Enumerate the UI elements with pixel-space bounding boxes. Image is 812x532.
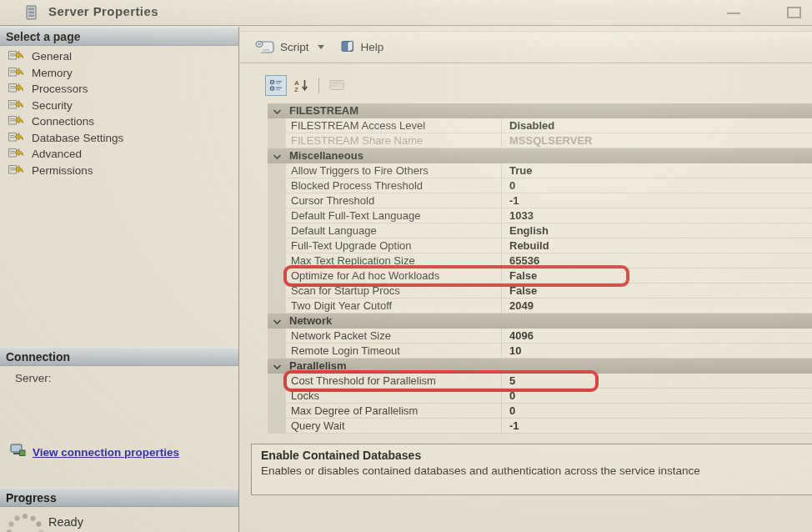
- categorized-icon[interactable]: [265, 75, 287, 96]
- property-value[interactable]: 1033: [501, 208, 812, 223]
- sidebar-item-security[interactable]: Security: [8, 98, 123, 114]
- property-row[interactable]: Default LanguageEnglish: [268, 223, 812, 238]
- property-grid: FILESTREAMFILESTREAM Access LevelDisable…: [268, 103, 812, 434]
- property-pages-icon: [326, 75, 348, 96]
- monitor-icon: [10, 444, 26, 460]
- property-grid-toolbar: A Z: [265, 73, 348, 98]
- row-gutter: [268, 253, 286, 268]
- property-row[interactable]: Query Wait-1: [268, 419, 812, 434]
- connection-header: Connection: [0, 347, 238, 366]
- progress-header: Progress: [0, 488, 238, 507]
- property-row[interactable]: Max Degree of Parallelism0: [268, 404, 812, 419]
- sidebar-item-processors[interactable]: Processors: [8, 81, 123, 98]
- property-value[interactable]: -1: [501, 193, 812, 208]
- property-row[interactable]: Network Packet Size4096: [268, 329, 812, 344]
- category-label: Parallelism: [286, 359, 347, 374]
- select-a-page-header: Select a page: [0, 27, 238, 46]
- expand-gutter[interactable]: [268, 148, 286, 163]
- category-row[interactable]: Network: [268, 314, 812, 329]
- property-value[interactable]: Disabled: [501, 118, 812, 133]
- category-row[interactable]: Parallelism: [268, 359, 812, 374]
- property-name: Allow Triggers to Fire Others: [286, 163, 501, 178]
- server-label: Server:: [15, 372, 52, 384]
- sidebar-item-label: Database Settings: [32, 132, 123, 144]
- expand-gutter[interactable]: [268, 359, 286, 374]
- main-panel: Script Help: [240, 27, 812, 532]
- property-value[interactable]: 4096: [501, 329, 812, 343]
- sidebar: Select a page GeneralMemoryProcessorsSec…: [0, 27, 239, 532]
- property-row[interactable]: Blocked Process Threshold0: [268, 178, 812, 193]
- alphabetical-sort-icon[interactable]: A Z: [290, 75, 312, 96]
- page-jump-icon: [8, 49, 24, 63]
- sidebar-item-permissions[interactable]: Permissions: [8, 163, 123, 179]
- expand-gutter[interactable]: [268, 314, 286, 329]
- sidebar-item-general[interactable]: General: [8, 48, 123, 65]
- property-row[interactable]: Two Digit Year Cutoff2049: [268, 299, 812, 314]
- row-gutter: [268, 163, 286, 178]
- connection-link-text[interactable]: View connection properties: [33, 446, 179, 459]
- page-jump-icon: [8, 163, 24, 178]
- property-value[interactable]: 10: [501, 344, 812, 358]
- property-name: Default Full-Text Language: [286, 208, 501, 223]
- property-value[interactable]: 2049: [501, 299, 812, 313]
- row-gutter: [268, 208, 286, 223]
- description-panel: Enable Contained Databases Enables or di…: [251, 444, 812, 495]
- property-value[interactable]: 0: [501, 389, 812, 403]
- property-row[interactable]: Cursor Threshold-1: [268, 193, 812, 208]
- property-value[interactable]: Rebuild: [501, 238, 812, 253]
- property-value[interactable]: 0: [501, 404, 812, 418]
- row-gutter: [268, 133, 286, 148]
- script-button[interactable]: Script: [250, 37, 314, 58]
- property-value[interactable]: 5: [501, 374, 812, 388]
- script-dropdown-caret[interactable]: [318, 45, 324, 49]
- property-name: FILESTREAM Access Level: [286, 118, 501, 133]
- category-row[interactable]: FILESTREAM: [268, 103, 812, 118]
- property-value[interactable]: MSSQLSERVER: [501, 133, 812, 148]
- chevron-down-icon: [273, 148, 282, 163]
- property-row[interactable]: Full-Text Upgrade OptionRebuild: [268, 238, 812, 253]
- property-value[interactable]: 65536: [501, 253, 812, 268]
- property-row[interactable]: Max Text Replication Size65536: [268, 253, 812, 269]
- property-row[interactable]: Locks0: [268, 389, 812, 404]
- category-row[interactable]: Miscellaneous: [268, 148, 812, 163]
- sidebar-item-label: Connections: [32, 115, 94, 128]
- description-text: Enables or disables contained databases …: [261, 464, 812, 477]
- property-value[interactable]: -1: [501, 419, 812, 433]
- minimize-button[interactable]: [727, 13, 740, 14]
- page-jump-icon: [8, 66, 24, 80]
- sidebar-item-connections[interactable]: Connections: [8, 113, 123, 130]
- sidebar-item-memory[interactable]: Memory: [8, 65, 123, 82]
- sidebar-item-label: Memory: [32, 67, 73, 79]
- property-row[interactable]: FILESTREAM Share NameMSSQLSERVER: [268, 133, 812, 148]
- property-row[interactable]: Default Full-Text Language1033: [268, 208, 812, 223]
- property-row[interactable]: Scan for Startup ProcsFalse: [268, 284, 812, 299]
- property-value[interactable]: False: [501, 284, 812, 298]
- property-value[interactable]: False: [501, 269, 812, 283]
- property-row[interactable]: Optimize for Ad hoc WorkloadsFalse: [268, 269, 812, 284]
- property-name: Remote Login Timeout: [286, 344, 501, 358]
- row-gutter: [268, 238, 286, 253]
- property-name: Full-Text Upgrade Option: [286, 238, 501, 253]
- property-name: Two Digit Year Cutoff: [286, 299, 501, 313]
- sidebar-item-advanced[interactable]: Advanced: [8, 146, 123, 163]
- script-button-label: Script: [280, 41, 309, 53]
- category-label: Network: [286, 314, 332, 329]
- property-row[interactable]: Allow Triggers to Fire OthersTrue: [268, 163, 812, 178]
- help-button[interactable]: Help: [336, 37, 389, 58]
- title-bar: Server Properties: [0, 0, 812, 26]
- property-value[interactable]: 0: [501, 178, 812, 193]
- property-value[interactable]: True: [501, 163, 812, 178]
- property-row[interactable]: Remote Login Timeout10: [268, 344, 812, 359]
- sidebar-item-database-settings[interactable]: Database Settings: [8, 130, 123, 147]
- maximize-button[interactable]: [787, 7, 801, 18]
- sidebar-item-label: General: [32, 50, 72, 63]
- sidebar-item-label: Security: [32, 99, 73, 112]
- property-row[interactable]: FILESTREAM Access LevelDisabled: [268, 118, 812, 133]
- view-connection-properties[interactable]: View connection properties: [10, 444, 179, 460]
- property-row[interactable]: Cost Threshold for Parallelism5: [268, 374, 812, 389]
- property-name: Default Language: [286, 223, 501, 238]
- expand-gutter[interactable]: [268, 103, 286, 118]
- property-value[interactable]: English: [501, 223, 812, 238]
- row-gutter: [268, 178, 286, 193]
- row-gutter: [268, 329, 286, 343]
